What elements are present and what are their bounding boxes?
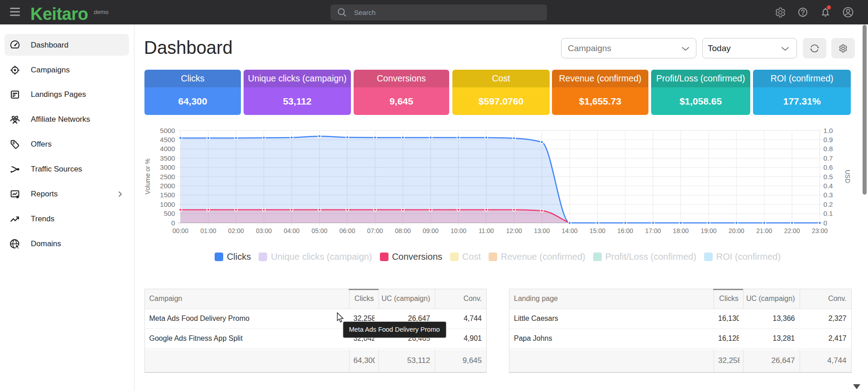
svg-text:5000: 5000: [160, 127, 175, 134]
svg-text:0.4: 0.4: [824, 182, 833, 190]
svg-text:4000: 4000: [160, 145, 175, 153]
svg-text:500: 500: [164, 210, 175, 217]
svg-text:0.9: 0.9: [824, 136, 833, 143]
svg-text:11:00: 11:00: [479, 227, 494, 234]
svg-text:1000: 1000: [160, 200, 175, 208]
svg-text:00:00: 00:00: [173, 227, 188, 234]
svg-text:1.0: 1.0: [824, 127, 833, 134]
svg-text:14:00: 14:00: [562, 227, 578, 234]
svg-text:0.3: 0.3: [824, 191, 833, 199]
svg-text:16:00: 16:00: [617, 227, 633, 234]
svg-text:13:00: 13:00: [534, 227, 550, 234]
svg-text:0.6: 0.6: [824, 163, 833, 171]
svg-text:0: 0: [171, 219, 175, 227]
svg-text:3500: 3500: [160, 154, 175, 162]
svg-text:3000: 3000: [160, 163, 175, 171]
svg-text:17:00: 17:00: [645, 227, 661, 234]
svg-text:USD: USD: [844, 170, 851, 183]
svg-text:23:00: 23:00: [812, 227, 828, 234]
svg-text:0.8: 0.8: [824, 145, 833, 153]
svg-text:18:00: 18:00: [673, 227, 689, 234]
svg-text:02:00: 02:00: [228, 227, 244, 234]
svg-text:0.2: 0.2: [824, 200, 833, 208]
svg-text:04:00: 04:00: [284, 227, 300, 234]
svg-text:01:00: 01:00: [200, 227, 216, 234]
svg-text:0.1: 0.1: [824, 210, 833, 217]
svg-text:05:00: 05:00: [312, 227, 327, 234]
svg-text:21:00: 21:00: [756, 227, 772, 234]
svg-text:19:00: 19:00: [700, 227, 716, 234]
svg-text:10:00: 10:00: [451, 227, 466, 234]
svg-text:20:00: 20:00: [729, 227, 744, 234]
svg-text:2000: 2000: [160, 182, 175, 190]
svg-text:15:00: 15:00: [590, 227, 605, 234]
svg-text:4500: 4500: [160, 136, 175, 143]
svg-text:0.7: 0.7: [824, 154, 833, 162]
svg-text:$: $: [12, 141, 14, 145]
svg-text:22:00: 22:00: [784, 227, 800, 234]
svg-text:12:00: 12:00: [506, 227, 522, 234]
svg-text:09:00: 09:00: [423, 227, 439, 234]
svg-text:08:00: 08:00: [395, 227, 411, 234]
svg-text:0.5: 0.5: [824, 173, 833, 181]
svg-text:0: 0: [824, 219, 827, 227]
svg-text:2500: 2500: [160, 173, 175, 181]
svg-text:Volume or %: Volume or %: [144, 158, 151, 194]
svg-text:1500: 1500: [160, 191, 175, 199]
svg-text:03:00: 03:00: [256, 227, 272, 234]
svg-text:07:00: 07:00: [367, 227, 383, 234]
svg-text:06:00: 06:00: [339, 227, 355, 234]
